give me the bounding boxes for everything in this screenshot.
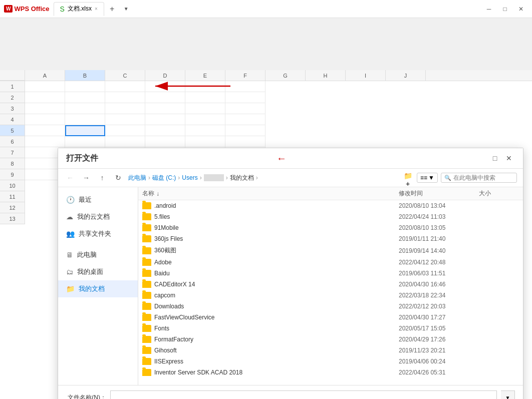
row-13: 13 (0, 213, 25, 224)
file-name: Baidu (154, 270, 399, 277)
file-item[interactable]: IISExpress 2019/04/06 00:24 (138, 356, 523, 367)
folder-icon (142, 347, 151, 354)
dialog-maximize-btn[interactable]: □ (489, 152, 501, 164)
col-f: F (225, 70, 265, 81)
cell-c3[interactable] (105, 103, 145, 114)
row-header-list: 1 2 3 4 5 6 7 8 9 10 11 12 13 (0, 81, 25, 399)
cell-f3[interactable] (225, 103, 265, 114)
cell-b3[interactable] (65, 103, 105, 114)
cell-d1[interactable] (145, 81, 185, 92)
dialog-back-btn[interactable]: ← (64, 172, 76, 184)
breadcrumb: 此电脑 › 磁盘 (C:) › Users › › 我的文档 › (128, 174, 398, 182)
cell-f4[interactable] (225, 114, 265, 125)
file-item[interactable]: Inventor Server SDK ACAD 2018 2022/04/26… (138, 367, 523, 378)
sidebar-sep (58, 242, 138, 246)
file-list-header: 名称 ↓ 修改时间 大小 (138, 187, 523, 200)
file-item[interactable]: capcom 2022/03/18 22:34 (138, 290, 523, 301)
folder-icon (142, 369, 151, 376)
cell-d3[interactable] (145, 103, 185, 114)
breadcrumb-username[interactable] (204, 174, 224, 181)
cell-c6[interactable] (105, 136, 145, 147)
sidebar-desktop[interactable]: 🗂 我的桌面 (58, 263, 138, 280)
cell-c5[interactable] (105, 125, 145, 136)
cell-e5[interactable] (185, 125, 225, 136)
cell-f5[interactable] (225, 125, 265, 136)
cell-a3[interactable] (25, 103, 65, 114)
sidebar-cloud[interactable]: ☁ 我的云文档 (58, 208, 138, 225)
file-item[interactable]: 360截图 2019/09/14 14:40 (138, 244, 523, 257)
file-item[interactable]: Downloads 2022/02/12 20:03 (138, 301, 523, 312)
cell-f1[interactable] (225, 81, 265, 92)
minimize-btn[interactable]: ─ (482, 3, 496, 15)
cell-b5[interactable] (65, 125, 105, 136)
filename-input[interactable] (110, 390, 497, 399)
cell-e3[interactable] (185, 103, 225, 114)
cell-a2[interactable] (25, 92, 65, 103)
file-item[interactable]: FormatFactory 2020/04/29 17:26 (138, 334, 523, 345)
view-mode-btn[interactable]: ≡≡▼ (417, 173, 438, 183)
row-11: 11 (0, 191, 25, 202)
cell-a6[interactable] (25, 136, 65, 147)
close-btn[interactable]: ✕ (514, 3, 528, 15)
file-name: Inventor Server SDK ACAD 2018 (154, 369, 399, 376)
file-item[interactable]: .android 2020/08/10 13:04 (138, 200, 523, 211)
active-tab[interactable]: S 文档.xlsx × (54, 2, 104, 16)
file-item[interactable]: 360js Files 2019/01/11 21:40 (138, 233, 523, 244)
cell-c2[interactable] (105, 92, 145, 103)
cell-e2[interactable] (185, 92, 225, 103)
breadcrumb-this-pc[interactable]: 此电脑 (128, 174, 146, 182)
filename-dropdown-btn[interactable]: ▼ (501, 390, 515, 399)
cell-f6[interactable] (225, 136, 265, 147)
sidebar-this-pc-label: 此电脑 (77, 250, 97, 259)
file-name: 360js Files (154, 235, 399, 242)
cell-f2[interactable] (225, 92, 265, 103)
cell-d2[interactable] (145, 92, 185, 103)
cell-b1[interactable] (65, 81, 105, 92)
cell-a1[interactable] (25, 81, 65, 92)
new-folder-btn[interactable]: 📁+ (402, 172, 414, 184)
file-item[interactable]: FastViewCloudService 2020/04/30 17:27 (138, 312, 523, 323)
dialog-up-btn[interactable]: ↑ (96, 172, 108, 184)
file-item[interactable]: Fonts 2020/05/17 15:05 (138, 323, 523, 334)
cell-d6[interactable] (145, 136, 185, 147)
maximize-btn[interactable]: □ (498, 3, 512, 15)
dialog-forward-btn[interactable]: → (80, 172, 92, 184)
cell-d5[interactable] (145, 125, 185, 136)
sidebar-my-docs[interactable]: 📁 我的文档 (58, 280, 138, 297)
cell-b6[interactable] (65, 136, 105, 147)
cell-b2[interactable] (65, 92, 105, 103)
tab-close-btn[interactable]: × (95, 6, 98, 12)
col-name-header[interactable]: 名称 ↓ (142, 189, 399, 198)
breadcrumb-users[interactable]: Users (182, 174, 197, 181)
sidebar-recent[interactable]: 🕐 最近 (58, 191, 138, 208)
file-item[interactable]: 5.files 2022/04/24 11:03 (138, 211, 523, 222)
folder-icon (142, 314, 151, 321)
cell-a5[interactable] (25, 125, 65, 136)
title-bar: W WPS Office S 文档.xlsx × + ▼ ─ □ ✕ (0, 0, 532, 18)
sidebar-shared[interactable]: 👥 共享文件夹 (58, 225, 138, 242)
cell-e1[interactable] (185, 81, 225, 92)
breadcrumb-disk-c[interactable]: 磁盘 (C:) (152, 174, 176, 182)
new-tab-btn[interactable]: + (106, 3, 118, 15)
sidebar-this-pc[interactable]: 🖥 此电脑 (58, 246, 138, 263)
row-9: 9 (0, 169, 25, 180)
cell-c4[interactable] (105, 114, 145, 125)
file-item[interactable]: Gihosoft 2019/11/23 20:21 (138, 345, 523, 356)
col-size-header[interactable]: 大小 (479, 189, 519, 198)
file-item[interactable]: Adobe 2022/04/12 20:48 (138, 257, 523, 268)
cell-e4[interactable] (185, 114, 225, 125)
col-date-header[interactable]: 修改时间 (399, 189, 479, 198)
file-item[interactable]: CADEditorX 14 2020/04/30 16:46 (138, 279, 523, 290)
file-item[interactable]: Baidu 2019/06/03 11:51 (138, 268, 523, 279)
sidebar-recent-label: 最近 (79, 195, 92, 204)
cell-a4[interactable] (25, 114, 65, 125)
cell-e6[interactable] (185, 136, 225, 147)
tab-dropdown-btn[interactable]: ▼ (120, 3, 132, 15)
dialog-close-btn[interactable]: ✕ (503, 152, 515, 164)
search-input[interactable] (453, 174, 513, 181)
cell-b4[interactable] (65, 114, 105, 125)
dialog-refresh-btn[interactable]: ↻ (112, 172, 124, 184)
cell-d4[interactable] (145, 114, 185, 125)
cell-c1[interactable] (105, 81, 145, 92)
file-item[interactable]: 91Mobile 2020/08/10 13:05 (138, 222, 523, 233)
